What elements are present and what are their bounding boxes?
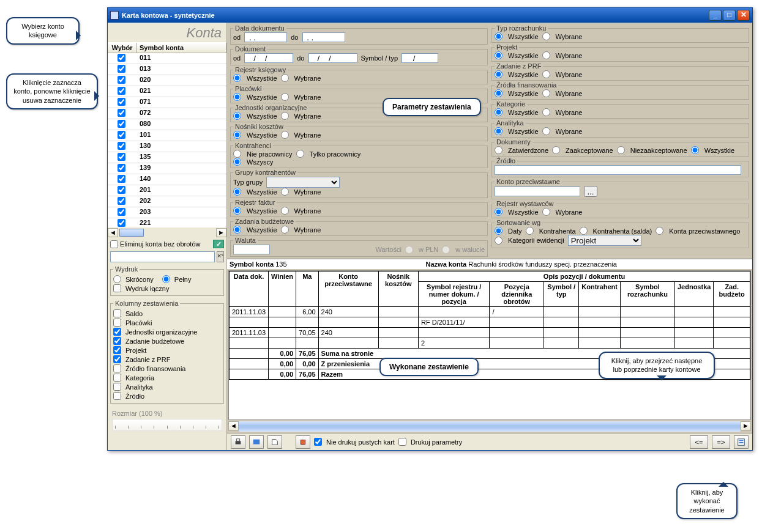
zp-all[interactable] [495,70,502,78]
kolumna-cb[interactable] [113,328,121,336]
scroll-left-icon[interactable]: ◄ [108,228,118,237]
kolumna-cb[interactable] [113,392,121,400]
nk-sel[interactable] [281,131,289,139]
table-row[interactable]: 139 [108,163,226,174]
screen-button[interactable] [249,435,264,449]
konto-przec-browse[interactable]: ... [584,186,597,197]
doc-to[interactable] [308,53,357,63]
gk-sel[interactable] [281,188,289,196]
dk-wsz[interactable] [691,146,699,154]
row-checkbox[interactable] [118,109,125,117]
kolumna-cb[interactable] [113,364,121,372]
row-checkbox[interactable] [118,197,125,205]
execute-button[interactable] [734,435,749,449]
kat-sel[interactable] [542,108,550,116]
scroll-right-icon[interactable]: ► [216,228,226,237]
wydruk-laczny-cb[interactable] [113,284,121,292]
table-row[interactable]: 203 [108,207,226,218]
row-checkbox[interactable] [118,98,125,106]
scroll-thumb[interactable] [119,229,144,237]
row-checkbox[interactable] [118,208,125,216]
eliminate-checkbox[interactable] [110,240,118,248]
table-row[interactable]: 101 [108,130,226,141]
dk-nie[interactable] [617,146,625,154]
an-sel[interactable] [542,127,550,135]
kolumna-cb[interactable] [113,355,121,363]
table-row[interactable]: 2011.11.036,00240/ [230,307,750,317]
accounts-grid[interactable]: 0110130200210710720801011301351391402012… [108,53,226,227]
table-row[interactable]: 2011.11.0370,05240 [230,328,750,338]
so-sal[interactable] [580,227,588,235]
scroll-left-icon[interactable]: ◄ [228,421,239,430]
export-button[interactable] [267,435,282,449]
close-button[interactable]: ✕ [737,10,750,21]
zf-all[interactable] [495,89,502,97]
konto-przec-input[interactable] [495,187,580,196]
kn-tyl[interactable] [296,150,304,158]
table-row[interactable]: 013 [108,64,226,75]
maximize-button[interactable]: □ [723,10,736,21]
table-row[interactable]: RF D/2011/11/ [230,317,750,328]
rw-all[interactable] [495,208,502,216]
row-checkbox[interactable] [118,164,125,172]
row-checkbox[interactable] [118,87,125,95]
kolumna-cb[interactable] [113,346,121,354]
kat-all[interactable] [495,108,502,116]
table-row[interactable]: 140 [108,174,226,185]
jo-sel[interactable] [281,112,289,120]
col-symbol[interactable]: Symbol konta [137,43,226,53]
row-checkbox[interactable] [118,186,125,194]
row-checkbox[interactable] [118,131,125,139]
zb-sel[interactable] [281,226,289,234]
radio-skrocony[interactable] [113,275,121,283]
gk-all[interactable] [233,188,241,196]
zf-sel[interactable] [542,89,550,97]
waluta-input[interactable] [233,245,270,254]
row-checkbox[interactable] [118,175,125,183]
row-checkbox[interactable] [118,153,125,161]
prev-button[interactable]: <= [690,435,708,449]
filter-btn1[interactable]: ×ˢ [217,251,224,262]
pl-all[interactable] [233,93,241,101]
table-row[interactable]: 021 [108,86,226,97]
rf-all[interactable] [233,207,241,215]
so-kont[interactable] [526,227,534,235]
so-daty[interactable] [495,227,502,235]
tr-all[interactable] [495,32,502,40]
table-row[interactable]: 2 [230,338,750,349]
size-slider[interactable]: Rozmiar (100 %) [110,408,224,433]
titlebar[interactable]: Karta kontowa - syntetycznie _ □ ✕ [108,8,752,23]
row-checkbox[interactable] [118,65,125,73]
pr-all[interactable] [495,51,502,59]
rf-sel[interactable] [281,207,289,215]
doc-from[interactable] [244,53,293,63]
row-checkbox[interactable] [118,120,125,128]
results-hscroll[interactable]: ◄ ► [228,421,751,432]
row-checkbox[interactable] [118,142,125,150]
kn-nie[interactable] [233,150,241,158]
results-grid[interactable]: Data dok. Winien Ma Konto przeciwstawne … [228,270,751,420]
jo-all[interactable] [233,112,241,120]
sort-kat-select[interactable]: Projekt [568,235,641,246]
row-checkbox[interactable] [118,219,125,227]
tr-sel[interactable] [542,32,550,40]
so-kp[interactable] [656,227,663,235]
table-row[interactable]: 080 [108,119,226,130]
date-to[interactable] [302,32,345,42]
zb-all[interactable] [233,226,241,234]
table-row[interactable]: 020 [108,75,226,86]
rw-sel[interactable] [542,208,550,216]
refresh-button[interactable] [296,435,310,449]
table-row[interactable]: 202 [108,196,226,207]
nie-drukuj-cb[interactable] [314,438,322,446]
doc-symbol[interactable] [402,53,438,63]
kolumna-cb[interactable] [113,337,121,345]
radio-pelny[interactable] [162,275,170,283]
pr-sel[interactable] [542,51,550,59]
kolumna-cb[interactable] [113,383,121,391]
check-icon[interactable]: ✓ [213,240,224,248]
rk-sel[interactable] [281,74,289,82]
next-button[interactable]: => [712,435,730,449]
dk-zaa[interactable] [552,146,560,154]
table-row[interactable]: 130 [108,141,226,152]
